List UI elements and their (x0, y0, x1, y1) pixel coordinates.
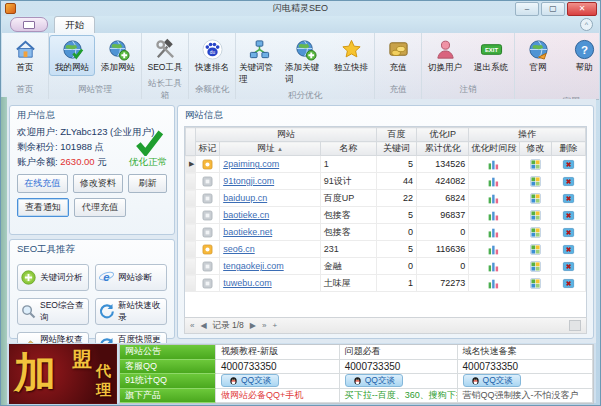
delete-button[interactable] (551, 275, 585, 292)
ribbon-button-official-site[interactable]: 官网 (515, 35, 561, 76)
info-cell[interactable]: 问题必看 (340, 345, 458, 360)
row-selector[interactable] (186, 258, 196, 275)
maximize-button[interactable]: ▢ (541, 2, 565, 16)
edit-button[interactable] (519, 156, 551, 173)
site-url-link[interactable]: seo6.cn (223, 244, 255, 254)
column-header-1[interactable]: 网址▲ (220, 142, 320, 156)
row-selector[interactable] (186, 190, 196, 207)
site-url-link[interactable]: tengaokeji.com (223, 261, 284, 271)
recycle-icon (98, 303, 115, 320)
delete-button[interactable] (551, 241, 585, 258)
edit-button[interactable] (519, 173, 551, 190)
site-url-link[interactable]: baotieke.net (223, 227, 272, 237)
site-url-link[interactable]: 91tongji.com (223, 176, 274, 186)
delete-cell-icon (562, 277, 575, 290)
column-header-0[interactable]: 标记 (196, 142, 220, 156)
qq-chat-button[interactable]: QQ交谈 (345, 374, 403, 387)
column-header-4[interactable]: 累计优化 (417, 142, 469, 156)
ribbon-button-keyword-manage[interactable]: 关键词管理 (236, 35, 282, 88)
delete-button[interactable] (551, 173, 585, 190)
ribbon-button-switch-user[interactable]: 切换用户 (422, 35, 468, 76)
time-range-button[interactable] (469, 190, 519, 207)
first-page-button[interactable]: « (190, 321, 194, 330)
delete-button[interactable] (551, 207, 585, 224)
delete-button[interactable] (551, 190, 585, 207)
colgroup-baidu[interactable]: 百度 (376, 128, 416, 142)
column-header-6[interactable]: 修改 (519, 142, 551, 156)
add-record-button[interactable]: + (272, 321, 277, 330)
ribbon-button-add-keyword[interactable]: 添加关键词 (282, 35, 328, 88)
column-header-2[interactable]: 名称 (320, 142, 376, 156)
ribbon-button-home[interactable]: 首页 (2, 35, 48, 76)
ribbon-button-seo-tools[interactable]: SEO工具 (142, 35, 188, 76)
colgroup-action[interactable]: 操作 (469, 128, 586, 142)
qq-chat-button[interactable]: QQ交谈 (463, 374, 521, 387)
ribbon-button-help[interactable]: ?帮助 (561, 35, 601, 76)
delete-button[interactable] (551, 224, 585, 241)
edit-button[interactable] (519, 275, 551, 292)
edit-button[interactable] (519, 241, 551, 258)
site-url-link[interactable]: 2paiming.com (223, 159, 279, 169)
row-selector[interactable] (186, 224, 196, 241)
delete-button[interactable] (551, 258, 585, 275)
last-page-button[interactable]: » (262, 321, 266, 330)
column-header-3[interactable]: 关键词 (376, 142, 416, 156)
online-recharge-button[interactable]: 在线充值 (17, 174, 68, 193)
edit-button[interactable] (519, 190, 551, 207)
app-menu-button[interactable] (10, 17, 48, 32)
colgroup-site[interactable]: 网站 (196, 128, 377, 142)
next-page-button[interactable]: ▶ (250, 321, 256, 330)
prev-page-button[interactable]: ◀ (200, 321, 206, 330)
time-range-button[interactable] (469, 156, 519, 173)
row-selector[interactable] (186, 275, 196, 292)
row-selector[interactable] (186, 241, 196, 258)
new-site-include-button[interactable]: 新站快速收录 (95, 298, 167, 325)
site-diagnosis-button[interactable]: e网站诊断 (95, 264, 167, 291)
keyword-analysis-button[interactable]: 关键词分析 (17, 264, 89, 291)
agent-recharge-button[interactable]: 代理充值 (74, 198, 126, 217)
chart-icon (487, 175, 500, 188)
ribbon-button-recharge[interactable]: 充值 (375, 35, 421, 76)
time-range-button[interactable] (469, 224, 519, 241)
qq-chat-button[interactable]: QQ交谈 (221, 374, 279, 387)
edit-button[interactable] (519, 224, 551, 241)
minimize-button[interactable]: – (515, 2, 539, 16)
time-range-button[interactable] (469, 258, 519, 275)
view-notice-button[interactable]: 查看通知 (17, 198, 69, 217)
ribbon-button-fast-ranking[interactable]: du快速排名 (189, 35, 235, 76)
time-range-button[interactable] (469, 275, 519, 292)
ribbon-button-add-website[interactable]: 添加网站 (95, 35, 141, 76)
site-url-link[interactable]: baotieke.cn (223, 210, 269, 220)
colgroup-ip[interactable]: 优化IP (417, 128, 469, 142)
refresh-button[interactable]: 刷新 (128, 174, 167, 193)
column-header-5[interactable]: 优化时间段 (469, 142, 519, 156)
time-range-button[interactable] (469, 241, 519, 258)
row-selector[interactable]: ▶ (186, 156, 196, 173)
edit-button[interactable] (519, 258, 551, 275)
row-selector[interactable] (186, 173, 196, 190)
tab-start[interactable]: 开始 (54, 16, 95, 33)
ribbon-button-my-websites[interactable]: 我的网站 (49, 35, 95, 76)
time-range-button[interactable] (469, 173, 519, 190)
info-cell[interactable]: 视频教程-新版 (216, 345, 340, 360)
ribbon-collapse-icon[interactable]: ^ (580, 18, 593, 31)
row-selector[interactable] (186, 207, 196, 224)
chart-icon (487, 260, 500, 273)
table-row: tuwebu.com土味屋172273 (186, 275, 586, 292)
edit-profile-button[interactable]: 修改资料 (73, 174, 124, 193)
close-button[interactable]: ✕ (567, 2, 597, 16)
site-url-link[interactable]: tuwebu.com (223, 278, 272, 288)
join-agent-banner[interactable]: 加 盟 代 理 (9, 344, 117, 404)
info-cell[interactable]: 域名快速备案 (458, 345, 593, 360)
delete-button[interactable] (551, 156, 585, 173)
scrollbar-stub[interactable] (569, 320, 581, 331)
row-marker-cell (196, 275, 220, 292)
column-header-7[interactable]: 删除 (551, 142, 585, 156)
ribbon-button-exit-system[interactable]: EXIT退出系统 (468, 35, 514, 76)
edit-button[interactable] (519, 207, 551, 224)
table-row: seo6.cn2315116636 (186, 241, 586, 258)
ribbon-button-standalone-ranking[interactable]: 独立快排 (328, 35, 374, 76)
seo-query-button[interactable]: SEO综合查询 (17, 298, 89, 325)
site-url-link[interactable]: baiduup.cn (223, 193, 267, 203)
time-range-button[interactable] (469, 207, 519, 224)
